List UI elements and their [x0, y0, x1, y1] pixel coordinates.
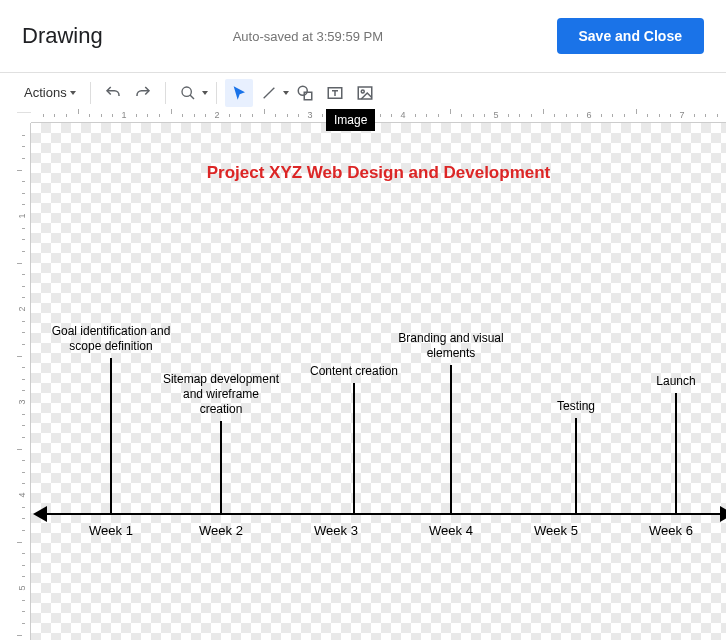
- autosave-status: Auto-saved at 3:59:59 PM: [233, 29, 383, 44]
- ruler-number: 4: [400, 110, 405, 120]
- milestone-label: Launch: [616, 374, 726, 389]
- shape-tool-button[interactable]: [291, 79, 319, 107]
- caret-down-icon: [70, 91, 76, 95]
- milestone-label: Goal identification and scope definition: [51, 324, 171, 354]
- svg-rect-8: [358, 87, 372, 99]
- milestone-stem: [450, 365, 452, 513]
- tooltip: Image: [326, 109, 375, 131]
- drawing-canvas[interactable]: Project XYZ Web Design and Development G…: [31, 123, 726, 640]
- actions-menu-button[interactable]: Actions: [18, 81, 82, 104]
- drawing-title-text: Project XYZ Web Design and Development: [31, 163, 726, 183]
- dialog-title: Drawing: [22, 23, 103, 49]
- svg-point-3: [298, 86, 307, 95]
- save-and-close-button[interactable]: Save and Close: [557, 18, 705, 54]
- axis-tick-label: Week 6: [649, 523, 693, 538]
- ruler-number: 6: [586, 110, 591, 120]
- zoom-menu[interactable]: [174, 79, 208, 107]
- svg-line-2: [263, 87, 274, 98]
- milestone-stem: [220, 421, 222, 513]
- ruler-number: 2: [214, 110, 219, 120]
- zoom-icon: [174, 79, 202, 107]
- milestone-stem: [575, 418, 577, 513]
- actions-label: Actions: [24, 85, 67, 100]
- separator: [216, 82, 217, 104]
- milestone-stem: [110, 358, 112, 513]
- caret-down-icon: [202, 91, 208, 95]
- svg-rect-4: [304, 92, 312, 100]
- milestone: Goal identification and scope definition: [51, 324, 171, 513]
- svg-point-9: [361, 90, 364, 93]
- horizontal-ruler: 1234567: [31, 109, 726, 123]
- svg-point-0: [182, 87, 191, 96]
- timeline-axis: [45, 513, 724, 515]
- milestone: Branding and visual elements: [391, 331, 511, 513]
- line-icon: [255, 79, 283, 107]
- axis-tick-label: Week 2: [199, 523, 243, 538]
- milestone-stem: [675, 393, 677, 513]
- caret-down-icon: [283, 91, 289, 95]
- toolbar: Actions: [0, 73, 726, 113]
- ruler-number: 7: [679, 110, 684, 120]
- vertical-ruler: 12345: [17, 123, 31, 640]
- svg-line-1: [190, 95, 194, 99]
- milestone-label: Sitemap development and wireframe creati…: [161, 372, 281, 417]
- ruler-number: 2: [17, 306, 27, 311]
- undo-button[interactable]: [99, 79, 127, 107]
- ruler-number: 3: [17, 399, 27, 404]
- axis-tick-label: Week 4: [429, 523, 473, 538]
- dialog-header: Drawing Auto-saved at 3:59:59 PM Save an…: [0, 0, 726, 73]
- axis-tick-label: Week 3: [314, 523, 358, 538]
- separator: [165, 82, 166, 104]
- ruler-number: 5: [17, 585, 27, 590]
- milestone: Launch: [616, 374, 726, 513]
- timeline: Goal identification and scope definition…: [31, 323, 726, 533]
- separator: [90, 82, 91, 104]
- milestone: Sitemap development and wireframe creati…: [161, 372, 281, 513]
- left-margin: [0, 109, 17, 640]
- ruler-number: 4: [17, 492, 27, 497]
- redo-button[interactable]: [129, 79, 157, 107]
- ruler-number: 5: [493, 110, 498, 120]
- select-tool-button[interactable]: [225, 79, 253, 107]
- image-tool-button[interactable]: [351, 79, 379, 107]
- axis-tick-label: Week 5: [534, 523, 578, 538]
- textbox-tool-button[interactable]: [321, 79, 349, 107]
- ruler-number: 1: [121, 110, 126, 120]
- milestone-stem: [353, 383, 355, 513]
- line-tool-menu[interactable]: [255, 79, 289, 107]
- ruler-number: 1: [17, 213, 27, 218]
- axis-tick-label: Week 1: [89, 523, 133, 538]
- milestone-label: Branding and visual elements: [391, 331, 511, 361]
- ruler-number: 3: [307, 110, 312, 120]
